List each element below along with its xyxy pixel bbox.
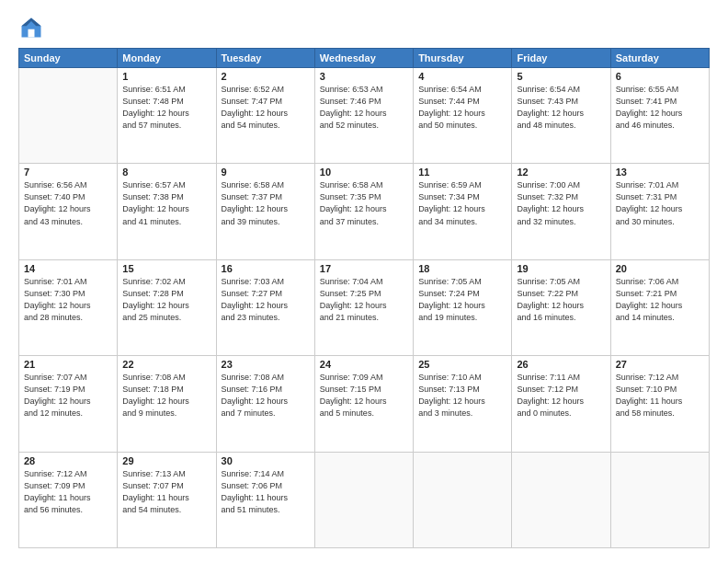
calendar-cell: 17Sunrise: 7:04 AM Sunset: 7:25 PM Dayli… xyxy=(314,259,413,355)
day-info: Sunrise: 7:11 AM Sunset: 7:12 PM Dayligh… xyxy=(517,372,605,419)
weekday-header-sunday: Sunday xyxy=(19,49,118,68)
day-info: Sunrise: 7:13 AM Sunset: 7:07 PM Dayligh… xyxy=(122,468,210,516)
calendar-cell xyxy=(512,452,610,547)
calendar-week-2: 14Sunrise: 7:01 AM Sunset: 7:30 PM Dayli… xyxy=(19,259,710,355)
day-number: 15 xyxy=(122,263,210,274)
calendar-cell: 26Sunrise: 7:11 AM Sunset: 7:12 PM Dayli… xyxy=(512,356,610,452)
calendar-cell: 21Sunrise: 7:07 AM Sunset: 7:19 PM Dayli… xyxy=(19,356,118,452)
day-number: 26 xyxy=(517,359,605,370)
day-number: 19 xyxy=(517,263,605,274)
day-number: 30 xyxy=(222,455,310,466)
calendar-cell: 8Sunrise: 6:57 AM Sunset: 7:38 PM Daylig… xyxy=(118,164,216,259)
day-number: 13 xyxy=(616,167,704,178)
day-info: Sunrise: 6:54 AM Sunset: 7:44 PM Dayligh… xyxy=(418,84,506,132)
calendar-cell: 15Sunrise: 7:02 AM Sunset: 7:28 PM Dayli… xyxy=(118,259,216,355)
calendar-cell: 7Sunrise: 6:56 AM Sunset: 7:40 PM Daylig… xyxy=(19,164,118,259)
day-number: 1 xyxy=(122,71,210,82)
calendar-cell: 25Sunrise: 7:10 AM Sunset: 7:13 PM Dayli… xyxy=(414,356,512,452)
day-info: Sunrise: 7:06 AM Sunset: 7:21 PM Dayligh… xyxy=(616,276,704,324)
day-number: 4 xyxy=(418,71,506,82)
day-number: 29 xyxy=(122,455,210,466)
day-info: Sunrise: 7:04 AM Sunset: 7:25 PM Dayligh… xyxy=(320,276,408,324)
day-number: 3 xyxy=(320,71,408,82)
day-number: 28 xyxy=(24,455,112,466)
calendar-cell: 30Sunrise: 7:14 AM Sunset: 7:06 PM Dayli… xyxy=(216,452,314,547)
calendar-cell: 23Sunrise: 7:08 AM Sunset: 7:16 PM Dayli… xyxy=(216,356,314,452)
day-info: Sunrise: 7:02 AM Sunset: 7:28 PM Dayligh… xyxy=(122,276,210,324)
day-info: Sunrise: 6:53 AM Sunset: 7:46 PM Dayligh… xyxy=(320,84,408,132)
calendar-week-3: 21Sunrise: 7:07 AM Sunset: 7:19 PM Dayli… xyxy=(19,356,710,452)
day-info: Sunrise: 7:10 AM Sunset: 7:13 PM Dayligh… xyxy=(418,372,506,419)
day-info: Sunrise: 7:08 AM Sunset: 7:16 PM Dayligh… xyxy=(222,372,310,419)
day-number: 5 xyxy=(517,71,605,82)
calendar-cell xyxy=(414,452,512,547)
day-info: Sunrise: 7:01 AM Sunset: 7:30 PM Dayligh… xyxy=(24,276,112,324)
day-info: Sunrise: 7:05 AM Sunset: 7:22 PM Dayligh… xyxy=(517,276,605,324)
day-info: Sunrise: 7:12 AM Sunset: 7:10 PM Dayligh… xyxy=(616,372,704,419)
day-info: Sunrise: 7:05 AM Sunset: 7:24 PM Dayligh… xyxy=(418,276,506,324)
weekday-header-wednesday: Wednesday xyxy=(314,49,413,68)
calendar-week-4: 28Sunrise: 7:12 AM Sunset: 7:09 PM Dayli… xyxy=(19,452,710,547)
day-info: Sunrise: 6:58 AM Sunset: 7:35 PM Dayligh… xyxy=(320,179,408,227)
day-number: 12 xyxy=(517,167,605,178)
day-info: Sunrise: 7:09 AM Sunset: 7:15 PM Dayligh… xyxy=(320,372,408,419)
calendar-cell: 19Sunrise: 7:05 AM Sunset: 7:22 PM Dayli… xyxy=(512,259,610,355)
calendar-cell xyxy=(314,452,413,547)
weekday-header-tuesday: Tuesday xyxy=(216,49,314,68)
page: SundayMondayTuesdayWednesdayThursdayFrid… xyxy=(0,0,728,563)
calendar-cell: 4Sunrise: 6:54 AM Sunset: 7:44 PM Daylig… xyxy=(414,68,512,164)
day-number: 16 xyxy=(222,263,310,274)
calendar-cell: 29Sunrise: 7:13 AM Sunset: 7:07 PM Dayli… xyxy=(118,452,216,547)
calendar-cell: 24Sunrise: 7:09 AM Sunset: 7:15 PM Dayli… xyxy=(314,356,413,452)
calendar-cell: 3Sunrise: 6:53 AM Sunset: 7:46 PM Daylig… xyxy=(314,68,413,164)
day-info: Sunrise: 6:54 AM Sunset: 7:43 PM Dayligh… xyxy=(517,84,605,132)
weekday-header-friday: Friday xyxy=(512,49,610,68)
day-info: Sunrise: 6:56 AM Sunset: 7:40 PM Dayligh… xyxy=(24,179,112,227)
day-number: 22 xyxy=(122,359,210,370)
day-number: 14 xyxy=(24,263,112,274)
day-info: Sunrise: 6:55 AM Sunset: 7:41 PM Dayligh… xyxy=(616,84,704,132)
day-info: Sunrise: 6:52 AM Sunset: 7:47 PM Dayligh… xyxy=(222,84,310,132)
day-info: Sunrise: 6:51 AM Sunset: 7:48 PM Dayligh… xyxy=(122,84,210,132)
calendar-cell: 5Sunrise: 6:54 AM Sunset: 7:43 PM Daylig… xyxy=(512,68,610,164)
day-info: Sunrise: 7:07 AM Sunset: 7:19 PM Dayligh… xyxy=(24,372,112,419)
weekday-header-thursday: Thursday xyxy=(414,49,512,68)
day-number: 2 xyxy=(222,71,310,82)
day-number: 24 xyxy=(320,359,408,370)
day-info: Sunrise: 6:57 AM Sunset: 7:38 PM Dayligh… xyxy=(122,179,210,227)
calendar-cell: 9Sunrise: 6:58 AM Sunset: 7:37 PM Daylig… xyxy=(216,164,314,259)
svg-rect-2 xyxy=(28,29,35,38)
calendar-cell: 10Sunrise: 6:58 AM Sunset: 7:35 PM Dayli… xyxy=(314,164,413,259)
day-number: 7 xyxy=(24,167,112,178)
day-number: 21 xyxy=(24,359,112,370)
calendar-cell: 16Sunrise: 7:03 AM Sunset: 7:27 PM Dayli… xyxy=(216,259,314,355)
calendar-cell: 20Sunrise: 7:06 AM Sunset: 7:21 PM Dayli… xyxy=(610,259,709,355)
day-info: Sunrise: 7:01 AM Sunset: 7:31 PM Dayligh… xyxy=(616,179,704,227)
calendar-cell xyxy=(19,68,118,164)
header xyxy=(18,15,710,40)
day-number: 20 xyxy=(616,263,704,274)
calendar-header-row: SundayMondayTuesdayWednesdayThursdayFrid… xyxy=(19,49,710,68)
calendar-cell: 6Sunrise: 6:55 AM Sunset: 7:41 PM Daylig… xyxy=(610,68,709,164)
day-number: 25 xyxy=(418,359,506,370)
calendar-cell: 1Sunrise: 6:51 AM Sunset: 7:48 PM Daylig… xyxy=(118,68,216,164)
logo-icon xyxy=(18,15,44,40)
calendar-cell: 18Sunrise: 7:05 AM Sunset: 7:24 PM Dayli… xyxy=(414,259,512,355)
day-info: Sunrise: 7:00 AM Sunset: 7:32 PM Dayligh… xyxy=(517,179,605,227)
calendar-cell: 22Sunrise: 7:08 AM Sunset: 7:18 PM Dayli… xyxy=(118,356,216,452)
day-number: 6 xyxy=(616,71,704,82)
calendar-cell: 27Sunrise: 7:12 AM Sunset: 7:10 PM Dayli… xyxy=(610,356,709,452)
day-number: 8 xyxy=(122,167,210,178)
logo xyxy=(18,15,48,40)
calendar-cell: 13Sunrise: 7:01 AM Sunset: 7:31 PM Dayli… xyxy=(610,164,709,259)
day-info: Sunrise: 6:59 AM Sunset: 7:34 PM Dayligh… xyxy=(418,179,506,227)
calendar-week-0: 1Sunrise: 6:51 AM Sunset: 7:48 PM Daylig… xyxy=(19,68,710,164)
day-number: 23 xyxy=(222,359,310,370)
day-info: Sunrise: 7:12 AM Sunset: 7:09 PM Dayligh… xyxy=(24,468,112,516)
day-number: 11 xyxy=(418,167,506,178)
calendar-cell: 12Sunrise: 7:00 AM Sunset: 7:32 PM Dayli… xyxy=(512,164,610,259)
calendar-table: SundayMondayTuesdayWednesdayThursdayFrid… xyxy=(18,48,710,548)
calendar-week-1: 7Sunrise: 6:56 AM Sunset: 7:40 PM Daylig… xyxy=(19,164,710,259)
day-number: 18 xyxy=(418,263,506,274)
calendar-cell: 14Sunrise: 7:01 AM Sunset: 7:30 PM Dayli… xyxy=(19,259,118,355)
